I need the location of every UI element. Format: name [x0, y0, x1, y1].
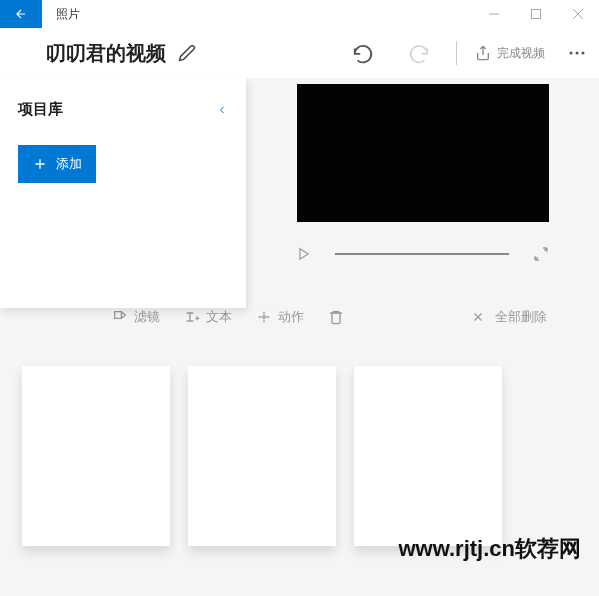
minimize-icon	[489, 9, 499, 19]
svg-rect-0	[532, 10, 541, 19]
storyboard	[0, 326, 599, 546]
delete-all-button[interactable]: 全部删除	[471, 308, 547, 326]
more-icon	[569, 51, 585, 55]
close-icon	[471, 310, 485, 324]
undo-button[interactable]	[344, 38, 382, 68]
delete-all-label: 全部删除	[495, 308, 547, 326]
filter-label: 滤镜	[134, 308, 160, 326]
close-button[interactable]	[557, 0, 599, 28]
expand-icon	[533, 246, 549, 262]
main-area: 项目库 添加	[0, 78, 599, 308]
text-label: 文本	[206, 308, 232, 326]
header: 叨叨君的视频 完成视频	[0, 28, 599, 78]
play-button[interactable]	[297, 247, 311, 261]
clip-slot[interactable]	[188, 366, 336, 546]
tool-group-left: 滤镜 文本 动作	[112, 308, 344, 326]
progress-bar[interactable]	[335, 253, 509, 255]
text-icon	[184, 309, 200, 325]
motion-icon	[256, 309, 272, 325]
finish-video-button[interactable]: 完成视频	[475, 45, 545, 62]
title-bar: 照片	[0, 0, 599, 28]
play-icon	[297, 247, 311, 261]
svg-point-5	[263, 316, 266, 319]
redo-icon	[408, 42, 430, 64]
minimize-button[interactable]	[473, 0, 515, 28]
playback-controls	[297, 246, 549, 262]
library-panel: 项目库 添加	[0, 78, 246, 308]
fullscreen-button[interactable]	[533, 246, 549, 262]
window-controls	[473, 0, 599, 28]
video-preview[interactable]	[297, 84, 549, 222]
preview-area	[246, 78, 599, 308]
clip-slot[interactable]	[354, 366, 502, 546]
app-title: 照片	[56, 6, 80, 23]
chevron-left-icon	[216, 101, 228, 119]
svg-point-2	[576, 52, 579, 55]
filter-icon	[112, 309, 128, 325]
text-button[interactable]: 文本	[184, 308, 232, 326]
add-label: 添加	[56, 155, 82, 173]
finish-label: 完成视频	[497, 45, 545, 62]
library-header: 项目库	[18, 100, 228, 119]
maximize-icon	[531, 9, 541, 19]
redo-button[interactable]	[400, 38, 438, 68]
clip-slot[interactable]	[22, 366, 170, 546]
watermark: www.rjtj.cn软荐网	[398, 534, 581, 564]
maximize-button[interactable]	[515, 0, 557, 28]
motion-button[interactable]: 动作	[256, 308, 304, 326]
library-title: 项目库	[18, 100, 63, 119]
plus-icon	[32, 156, 48, 172]
storyboard-toolbar: 滤镜 文本 动作 全部删除	[0, 308, 599, 326]
svg-marker-4	[299, 249, 307, 260]
collapse-library-button[interactable]	[216, 101, 228, 119]
header-actions: 完成视频	[344, 38, 591, 68]
pencil-icon	[178, 44, 196, 62]
project-title: 叨叨君的视频	[46, 40, 166, 67]
trash-icon	[328, 309, 344, 325]
edit-title-button[interactable]	[178, 44, 196, 62]
divider	[456, 41, 457, 65]
close-icon	[573, 9, 583, 19]
filter-button[interactable]: 滤镜	[112, 308, 160, 326]
add-button[interactable]: 添加	[18, 145, 96, 183]
export-icon	[475, 45, 491, 61]
more-button[interactable]	[563, 51, 591, 55]
back-button[interactable]	[0, 0, 42, 28]
undo-icon	[352, 42, 374, 64]
arrow-left-icon	[14, 7, 28, 21]
motion-label: 动作	[278, 308, 304, 326]
svg-point-1	[570, 52, 573, 55]
delete-button[interactable]	[328, 308, 344, 326]
svg-point-3	[582, 52, 585, 55]
